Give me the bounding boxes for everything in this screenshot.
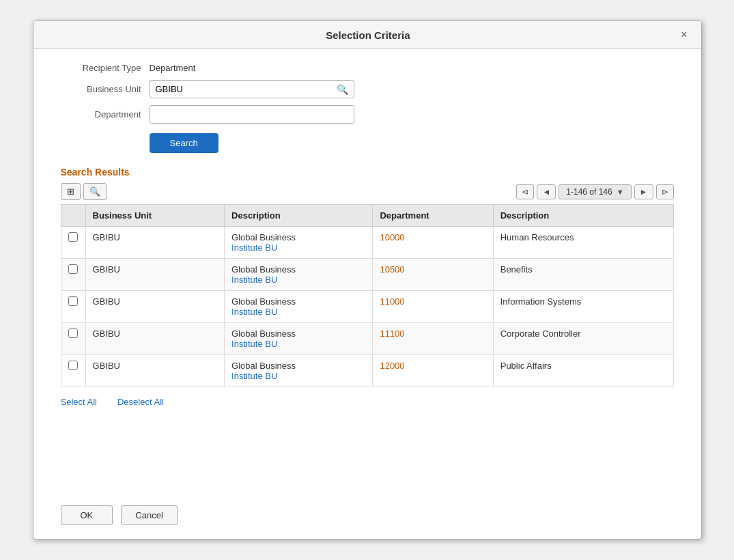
lookup-button[interactable]: 🔍 — [83, 183, 107, 200]
search-button-row: Search — [61, 130, 674, 153]
department-link[interactable]: 12000 — [380, 361, 404, 371]
col-checkbox — [61, 205, 85, 227]
cell-dept-description: Human Resources — [493, 227, 673, 259]
department-label: Department — [61, 109, 150, 120]
results-table-wrapper: Business Unit Description Department Des… — [61, 204, 674, 387]
business-unit-label: Business Unit — [61, 84, 150, 94]
col-department: Department — [373, 205, 493, 227]
page-info[interactable]: 1-146 of 146 ▼ — [559, 184, 631, 199]
cell-business-unit: GBIBU — [85, 291, 225, 323]
ok-button[interactable]: OK — [61, 505, 113, 525]
results-title: Search Results — [61, 167, 674, 178]
select-all-link[interactable]: Select All — [61, 397, 97, 407]
close-button[interactable]: × — [678, 28, 690, 42]
col-dept-description: Description — [493, 205, 673, 227]
next-page-button[interactable]: ► — [634, 184, 653, 199]
cell-department[interactable]: 10000 — [373, 227, 493, 259]
business-unit-input-wrapper: 🔍 — [150, 80, 354, 98]
table-row: GBIBUGlobal BusinessInstitute BU11000Inf… — [61, 291, 673, 323]
dialog-title: Selection Criteria — [58, 29, 679, 41]
department-link[interactable]: 10500 — [380, 264, 404, 275]
cell-business-unit: GBIBU — [85, 355, 225, 387]
col-description: Description — [225, 205, 373, 227]
results-toolbar: ⊞ 🔍 ⊲ ◄ 1-146 of 146 ▼ ► ⊳ — [61, 183, 674, 200]
grid-icon: ⊞ — [67, 186, 74, 197]
prev-page-button[interactable]: ◄ — [537, 184, 556, 199]
cell-dept-description: Benefits — [493, 259, 673, 291]
cell-business-unit: GBIBU — [85, 323, 225, 355]
search-button[interactable]: Search — [150, 133, 218, 153]
recipient-type-label: Recipient Type — [61, 63, 150, 73]
department-link[interactable]: 11000 — [380, 296, 404, 307]
business-unit-input[interactable] — [150, 81, 331, 98]
cell-description: Global BusinessInstitute BU — [225, 323, 373, 355]
cell-description: Global BusinessInstitute BU — [225, 291, 373, 323]
cell-description: Global BusinessInstitute BU — [225, 227, 373, 259]
table-row: GBIBUGlobal BusinessInstitute BU12000Pub… — [61, 355, 673, 387]
results-section: Search Results ⊞ 🔍 ⊲ ◄ 1-146 of 146 ▼ — [61, 167, 674, 407]
last-page-button[interactable]: ⊳ — [656, 184, 674, 199]
form-section: Recipient Type Department Business Unit … — [61, 63, 674, 153]
dialog-footer: OK Cancel — [33, 496, 701, 539]
table-row: GBIBUGlobal BusinessInstitute BU10000Hum… — [61, 227, 673, 259]
selection-criteria-dialog: Selection Criteria × Recipient Type Depa… — [33, 20, 702, 540]
cell-department[interactable]: 10500 — [373, 259, 493, 291]
results-table: Business Unit Description Department Des… — [61, 204, 674, 387]
first-page-button[interactable]: ⊲ — [516, 184, 534, 199]
row-checkbox[interactable] — [68, 296, 78, 306]
cell-dept-description: Corporate Controller — [493, 323, 673, 355]
cell-business-unit: GBIBU — [85, 259, 225, 291]
department-row: Department — [61, 105, 674, 124]
pagination-dropdown-icon[interactable]: ▼ — [617, 188, 624, 196]
table-row: GBIBUGlobal BusinessInstitute BU10500Ben… — [61, 259, 673, 291]
cell-department[interactable]: 11100 — [373, 323, 493, 355]
cell-dept-description: Public Affairs — [493, 355, 673, 387]
lookup-icon: 🔍 — [89, 186, 100, 197]
table-header-row: Business Unit Description Department Des… — [61, 205, 673, 227]
department-link[interactable]: 10000 — [380, 232, 404, 242]
cell-dept-description: Information Systems — [493, 291, 673, 323]
dialog-body: Recipient Type Department Business Unit … — [33, 49, 701, 496]
dialog-header: Selection Criteria × — [33, 21, 701, 49]
deselect-all-link[interactable]: Deselect All — [117, 397, 164, 407]
department-input[interactable] — [150, 105, 354, 124]
page-info-text: 1-146 of 146 — [566, 187, 612, 197]
row-checkbox[interactable] — [68, 328, 78, 338]
col-business-unit: Business Unit — [85, 205, 225, 227]
business-unit-search-icon[interactable]: 🔍 — [331, 81, 354, 98]
row-checkbox[interactable] — [68, 361, 78, 370]
business-unit-row: Business Unit 🔍 — [61, 80, 674, 98]
table-row: GBIBUGlobal BusinessInstitute BU11100Cor… — [61, 323, 673, 355]
cell-description: Global BusinessInstitute BU — [225, 355, 373, 387]
row-checkbox[interactable] — [68, 264, 78, 274]
recipient-type-value: Department — [150, 63, 196, 73]
cell-description: Global BusinessInstitute BU — [225, 259, 373, 291]
department-link[interactable]: 11100 — [380, 328, 404, 339]
cell-business-unit: GBIBU — [85, 227, 225, 259]
recipient-type-row: Recipient Type Department — [61, 63, 674, 73]
footer-actions: Select All Deselect All — [61, 397, 674, 407]
pagination-area: ⊲ ◄ 1-146 of 146 ▼ ► ⊳ — [516, 184, 673, 199]
row-checkbox[interactable] — [68, 232, 78, 242]
grid-view-button[interactable]: ⊞ — [61, 183, 81, 200]
cancel-button[interactable]: Cancel — [121, 505, 177, 525]
cell-department[interactable]: 11000 — [373, 291, 493, 323]
cell-department[interactable]: 12000 — [373, 355, 493, 387]
